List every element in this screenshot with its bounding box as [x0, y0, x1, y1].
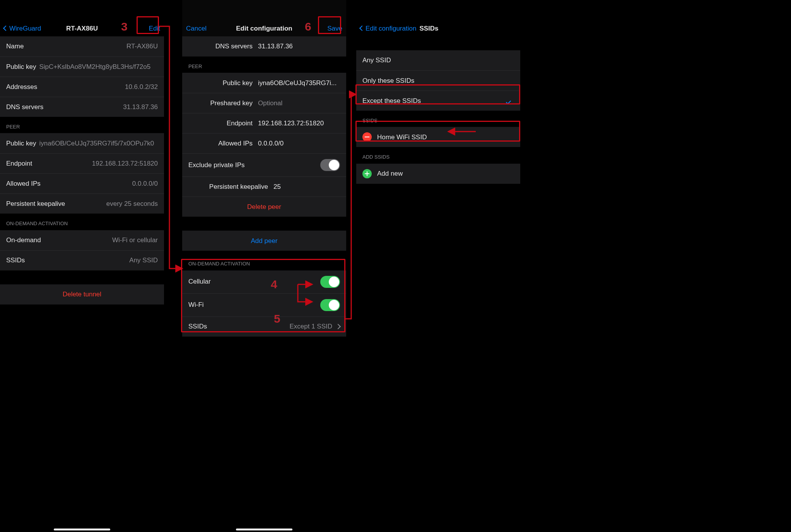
- label: Persistent keepalive: [188, 183, 273, 191]
- label: Addresses: [6, 83, 37, 91]
- label: Persistent keepalive: [6, 200, 65, 208]
- peer-list: Public key iyna6OB/CeUJq735RG7if5/7x0OPu…: [0, 133, 164, 214]
- on-demand-header: ON-DEMAND ACTIVATION: [0, 214, 164, 230]
- value: RT-AX86U: [126, 42, 158, 50]
- label: Endpoint: [6, 159, 32, 168]
- label: Public key: [188, 79, 258, 87]
- label: DNS servers: [6, 103, 43, 111]
- value: 0.0.0.0/0: [132, 180, 158, 188]
- add-ssids-list: Add new: [356, 164, 520, 184]
- ssids-row: SSIDs Any SSID: [0, 250, 164, 270]
- check-icon: [506, 98, 514, 104]
- back-button[interactable]: Edit configuration: [360, 24, 416, 33]
- on-demand-list: On-demand Wi-Fi or cellular SSIDs Any SS…: [0, 230, 164, 270]
- nav-title: Edit configuration: [236, 24, 292, 33]
- label: Allowed IPs: [188, 139, 258, 147]
- cellular-toggle[interactable]: [320, 276, 340, 288]
- add-peer-list: Add peer: [182, 231, 346, 251]
- add-peer-button[interactable]: Add peer: [182, 231, 346, 251]
- chevron-right-icon: [335, 324, 341, 329]
- label: Public key: [6, 139, 36, 147]
- exclude-toggle[interactable]: [320, 159, 340, 171]
- label: Name: [6, 42, 24, 50]
- peer-list: Public key iyna6OB/CeUJq735RG7i... Presh…: [182, 73, 346, 217]
- peer-header: PEER: [0, 117, 164, 133]
- label: Delete peer: [247, 203, 281, 211]
- value: Wi-Fi or cellular: [112, 236, 158, 244]
- ondemand-row: On-demand Wi-Fi or cellular: [0, 230, 164, 250]
- screen-ssids: Edit configuration SSIDs Any SSID Only t…: [356, 0, 520, 532]
- label: Cancel: [186, 24, 207, 33]
- ssids-list: Home WiFi SSID: [356, 127, 520, 147]
- cancel-button[interactable]: Cancel: [186, 24, 207, 33]
- option-except-ssids[interactable]: Except these SSIDs: [356, 91, 520, 111]
- label: Preshared key: [188, 99, 258, 107]
- delete-peer-button[interactable]: Delete peer: [182, 197, 346, 217]
- add-icon[interactable]: [362, 169, 372, 178]
- endpoint-row: Endpoint 192.168.123.72:51820: [0, 153, 164, 173]
- dns-row[interactable]: DNS servers 31.13.87.36: [182, 36, 346, 56]
- value: 25: [273, 183, 340, 191]
- wifi-row[interactable]: Wi-Fi: [182, 293, 346, 316]
- on-demand-header: ON-DEMAND ACTIVATION: [182, 251, 346, 270]
- label: Allowed IPs: [6, 180, 41, 188]
- value: SipC+KslbAo8VM2Htg8yBL3Hs/f72o5: [39, 63, 150, 71]
- ssid-options-list: Any SSID Only these SSIDs Except these S…: [356, 50, 520, 111]
- placeholder: Optional: [258, 99, 340, 107]
- back-label: Edit configuration: [366, 24, 416, 33]
- delete-list: Delete tunnel: [0, 284, 164, 304]
- value: 192.168.123.72:51820: [258, 119, 340, 127]
- save-button[interactable]: Save: [327, 24, 342, 33]
- add-ssids-header: ADD SSIDS: [356, 147, 520, 163]
- allowedips-row: Allowed IPs 0.0.0.0/0: [0, 173, 164, 193]
- name-row: Name RT-AX86U: [0, 36, 164, 56]
- value: 10.6.0.2/32: [125, 83, 158, 91]
- back-button[interactable]: WireGuard: [4, 24, 41, 33]
- label: Except these SSIDs: [362, 97, 421, 105]
- value: Any SSID: [129, 256, 158, 264]
- option-only-ssids[interactable]: Only these SSIDs: [356, 70, 520, 91]
- endpoint-row[interactable]: Endpoint 192.168.123.72:51820: [182, 113, 346, 133]
- screen-tunnel-detail: WireGuard RT-AX86U Edit Name RT-AX86U Pu…: [0, 0, 164, 532]
- value: 31.13.87.36: [258, 42, 340, 50]
- interface-list: Name RT-AX86U Public key SipC+KslbAo8VM2…: [0, 36, 164, 117]
- label: Exclude private IPs: [188, 161, 245, 169]
- delete-tunnel-button[interactable]: Delete tunnel: [0, 284, 164, 304]
- on-demand-list: Cellular Wi-Fi SSIDs Except 1 SSID: [182, 270, 346, 337]
- label: Delete tunnel: [63, 290, 101, 298]
- exclude-private-ips-row[interactable]: Exclude private IPs: [182, 153, 346, 176]
- publickey-row[interactable]: Public key iyna6OB/CeUJq735RG7i...: [182, 73, 346, 93]
- home-indicator: [236, 529, 292, 530]
- label: Cellular: [188, 277, 211, 286]
- label: SSIDs: [6, 256, 25, 264]
- ssid-label: Home WiFi SSID: [377, 133, 427, 141]
- ssids-row[interactable]: SSIDs Except 1 SSID: [182, 316, 346, 337]
- allowedips-row[interactable]: Allowed IPs 0.0.0.0/0: [182, 133, 346, 153]
- keepalive-row[interactable]: Persistent keepalive 25: [182, 176, 346, 197]
- wifi-toggle[interactable]: [320, 299, 340, 311]
- value: 192.168.123.72:51820: [92, 159, 158, 168]
- label: SSIDs: [188, 322, 207, 330]
- option-any-ssid[interactable]: Any SSID: [356, 50, 520, 70]
- value: 31.13.87.36: [123, 103, 158, 111]
- label: Wi-Fi: [188, 301, 204, 309]
- publickey-row: Public key SipC+KslbAo8VM2Htg8yBL3Hs/f72…: [0, 56, 164, 77]
- add-new-button[interactable]: Add new: [356, 164, 520, 184]
- home-indicator: [54, 529, 110, 530]
- dns-row: DNS servers 31.13.87.36: [0, 97, 164, 117]
- value: 0.0.0.0/0: [258, 139, 340, 147]
- label: Any SSID: [362, 56, 391, 64]
- edit-button[interactable]: Edit: [149, 24, 160, 33]
- remove-icon[interactable]: [362, 132, 372, 142]
- label: On-demand: [6, 236, 41, 244]
- nav-title: SSIDs: [419, 24, 438, 33]
- ssids-header: SSIDS: [356, 111, 520, 127]
- ssid-row[interactable]: Home WiFi SSID: [356, 127, 520, 147]
- presharedkey-row[interactable]: Preshared key Optional: [182, 93, 346, 113]
- keepalive-row: Persistent keepalive every 25 seconds: [0, 193, 164, 214]
- value: iyna6OB/CeUJq735RG7i...: [258, 79, 340, 87]
- value: Except 1 SSID: [289, 322, 332, 330]
- label: Add new: [377, 169, 403, 178]
- cellular-row[interactable]: Cellular: [182, 270, 346, 293]
- back-label: WireGuard: [9, 24, 41, 33]
